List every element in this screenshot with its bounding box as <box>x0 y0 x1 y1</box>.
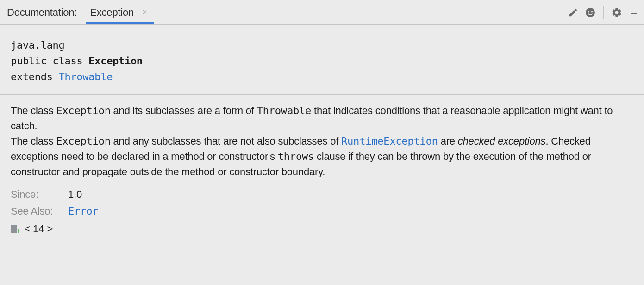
since-label: Since: <box>11 189 68 201</box>
jdk-icon <box>11 225 19 233</box>
see-also-row: See Also: Error <box>0 201 644 217</box>
package-name: java.lang <box>11 38 633 53</box>
svg-point-2 <box>591 11 593 12</box>
svg-point-0 <box>586 8 595 17</box>
runtime-exception-link[interactable]: RuntimeException <box>341 135 438 147</box>
class-modifiers: public class <box>11 55 82 67</box>
see-also-link[interactable]: Error <box>68 205 98 217</box>
super-class-link[interactable]: Throwable <box>59 71 113 82</box>
gear-icon[interactable] <box>611 7 622 18</box>
documentation-header: Documentation: Exception × <box>0 0 644 25</box>
edit-icon[interactable] <box>568 7 578 18</box>
description: The class Exception and its subclasses a… <box>0 95 644 184</box>
see-also-label: See Also: <box>11 205 68 217</box>
jdk-version-text[interactable]: < 14 > <box>24 223 53 235</box>
toolbar-divider <box>603 6 604 19</box>
description-paragraph-2: The class Exception and any subclasses t… <box>11 133 633 179</box>
since-row: Since: 1.0 <box>0 184 644 201</box>
svg-point-1 <box>588 11 589 12</box>
extends-keyword: extends <box>11 71 53 82</box>
tab-exception[interactable]: Exception × <box>87 0 150 24</box>
since-value: 1.0 <box>68 189 82 201</box>
documentation-content: java.lang public class Exception extends… <box>0 25 644 235</box>
close-tab-icon[interactable]: × <box>142 7 147 17</box>
jdk-version-row: < 14 > <box>0 217 644 235</box>
tab-label: Exception <box>90 6 134 19</box>
emoji-icon[interactable] <box>585 7 596 18</box>
description-paragraph-1: The class Exception and its subclasses a… <box>11 103 633 133</box>
minimize-icon[interactable] <box>629 7 639 18</box>
toolbar <box>568 6 639 19</box>
class-signature: java.lang public class Exception extends… <box>0 25 644 95</box>
header-title: Documentation: <box>7 6 77 19</box>
class-name: Exception <box>88 55 143 67</box>
